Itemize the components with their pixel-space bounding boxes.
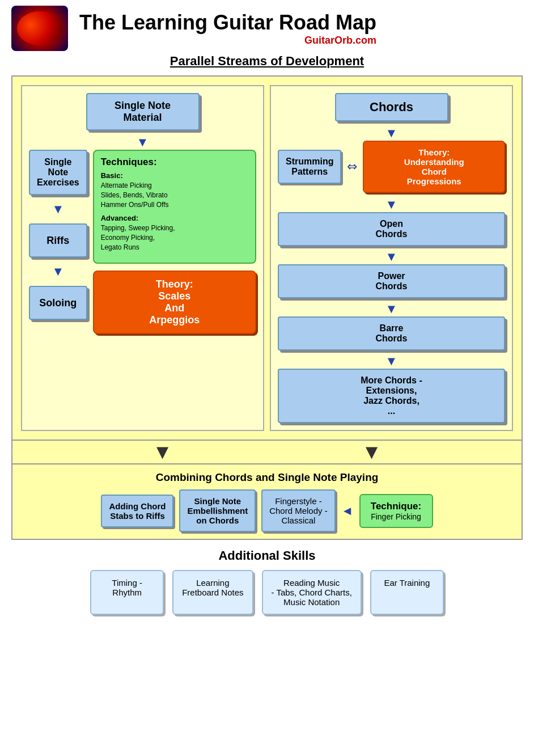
additional-title: Additional Skills bbox=[17, 548, 517, 563]
page-subtitle: Parallel Streams of Development bbox=[11, 54, 523, 69]
parallel-streams-container: Single Note Material ▼ Single Note Exerc… bbox=[11, 75, 523, 441]
logo bbox=[11, 6, 68, 51]
theory-scales-box: Theory: Scales And Arpeggios bbox=[93, 271, 256, 334]
arrow-sne-to-riffs: ▼ bbox=[29, 203, 87, 216]
additional-row: Timing - Rhythm Learning Fretboard Notes… bbox=[17, 570, 517, 615]
reading-music-box: Reading Music - Tabs, Chord Charts, Musi… bbox=[262, 570, 362, 615]
single-note-embellishment-box: Single Note Embellishment on Chords bbox=[179, 489, 256, 532]
website-label: GuitarOrb.com bbox=[79, 35, 376, 47]
combining-section: Combining Chords and Single Note Playing… bbox=[11, 463, 523, 540]
arrow-power-to-barre: ▼ bbox=[278, 303, 505, 315]
single-note-material-box: Single Note Material bbox=[86, 93, 200, 130]
additional-skills-section: Additional Skills Timing - Rhythm Learni… bbox=[11, 540, 523, 620]
techniques-basic-text: Alternate Picking Slides, Bends, Vibrato… bbox=[101, 181, 248, 209]
techniques-title: Techniques: bbox=[101, 157, 248, 168]
arrow-snm-to-sne: ▼ bbox=[29, 136, 256, 149]
arrow-open-to-power: ▼ bbox=[278, 251, 505, 263]
single-note-exercises-box: Single Note Exercises bbox=[29, 150, 87, 195]
barre-chords-box: Barre Chords bbox=[278, 316, 505, 350]
arrow-chords-to-strumming: ▼ bbox=[278, 127, 505, 140]
technique-finger-picking-box: Technique: Finger Picking bbox=[359, 494, 433, 528]
sol-riffs-col: Single Note Exercises ▼ Riffs ▼ Soloing bbox=[29, 150, 87, 334]
arrows-between-sections: ▼ ▼ bbox=[11, 441, 523, 463]
ear-training-box: Ear Training bbox=[370, 570, 444, 615]
power-chords-box: Power Chords bbox=[278, 264, 505, 298]
double-arrow-icon: ⇔ bbox=[347, 159, 357, 174]
theory-progressions-box: Theory: Understanding Chord Progressions bbox=[363, 141, 505, 193]
arrow-to-technique: ◄ bbox=[341, 504, 354, 518]
fingerstyle-box: Fingerstyle - Chord Melody - Classical bbox=[261, 489, 336, 532]
techniques-box: Techniques: Basic: Alternate Picking Sli… bbox=[93, 150, 256, 264]
header: The Learning Guitar Road Map GuitarOrb.c… bbox=[11, 6, 523, 51]
open-chords-box: Open Chords bbox=[278, 212, 505, 246]
techniques-theory-col: Techniques: Basic: Alternate Picking Sli… bbox=[93, 150, 256, 334]
adding-chord-stabs-box: Adding Chord Stabs to Riffs bbox=[101, 495, 173, 527]
big-arrow-left: ▼ bbox=[152, 442, 173, 462]
more-chords-box: More Chords - Extensions, Jazz Chords, .… bbox=[278, 369, 505, 423]
arrow-barre-to-more: ▼ bbox=[278, 355, 505, 368]
timing-rhythm-box: Timing - Rhythm bbox=[90, 570, 164, 615]
combining-row: Adding Chord Stabs to Riffs Single Note … bbox=[21, 489, 513, 532]
techniques-advanced-title: Advanced: bbox=[101, 214, 248, 222]
techniques-basic-title: Basic: bbox=[101, 171, 248, 180]
combining-title: Combining Chords and Single Note Playing bbox=[21, 471, 513, 484]
arrow-strumming-to-open: ▼ bbox=[278, 198, 505, 211]
left-stream: Single Note Material ▼ Single Note Exerc… bbox=[21, 85, 264, 431]
header-title-block: The Learning Guitar Road Map GuitarOrb.c… bbox=[79, 11, 376, 47]
chords-box: Chords bbox=[335, 93, 448, 121]
techniques-advanced-text: Tapping, Sweep Picking, Economy Picking,… bbox=[101, 223, 248, 252]
fretboard-notes-box: Learning Fretboard Notes bbox=[172, 570, 253, 615]
right-stream: Chords ▼ Strumming Patterns ⇔ Theory: Un… bbox=[270, 85, 513, 431]
arrow-riffs-to-soloing: ▼ bbox=[29, 265, 87, 278]
big-arrow-right: ▼ bbox=[362, 442, 382, 462]
riffs-box: Riffs bbox=[29, 223, 87, 257]
soloing-box: Soloing bbox=[29, 286, 87, 320]
strumming-theory-row: Strumming Patterns ⇔ Theory: Understandi… bbox=[278, 141, 505, 193]
strumming-patterns-box: Strumming Patterns bbox=[278, 150, 341, 184]
left-middle-row: Single Note Exercises ▼ Riffs ▼ Soloing … bbox=[29, 150, 256, 334]
page-title: The Learning Guitar Road Map bbox=[79, 11, 376, 35]
